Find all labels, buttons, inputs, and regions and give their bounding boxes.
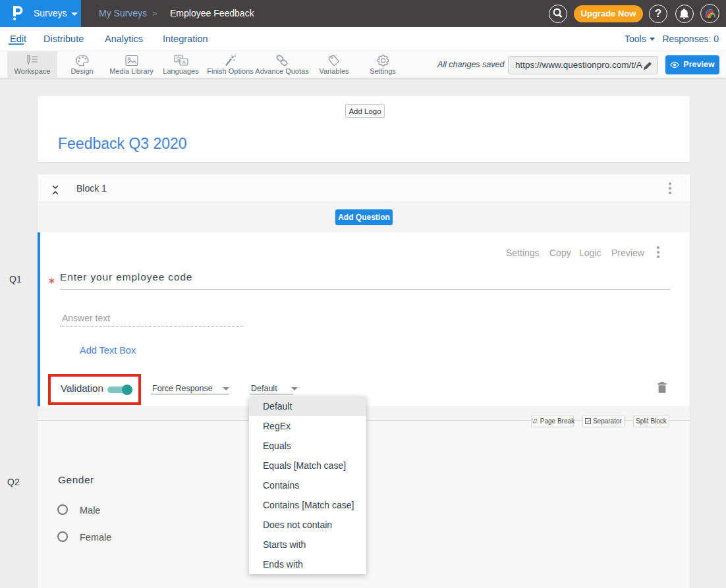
svg-text:A: A	[182, 59, 186, 65]
